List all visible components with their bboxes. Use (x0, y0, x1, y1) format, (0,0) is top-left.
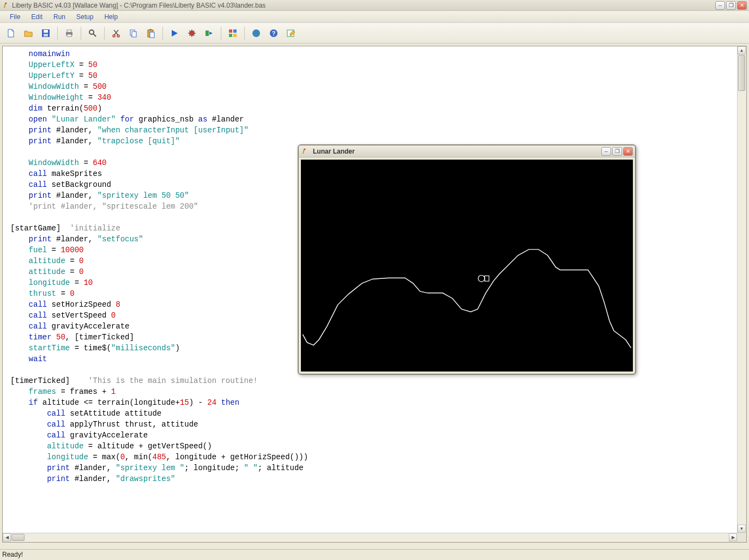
toolbar-separator (81, 27, 81, 40)
svg-point-23 (252, 29, 260, 37)
paste-icon[interactable] (143, 26, 159, 41)
toolbar-separator (104, 27, 105, 40)
svg-rect-18 (206, 31, 209, 36)
new-file-icon[interactable] (3, 26, 19, 41)
lunar-minimize-button[interactable]: – (601, 147, 611, 156)
svg-rect-22 (233, 34, 237, 37)
print-icon[interactable] (62, 26, 77, 41)
svg-point-29 (478, 275, 485, 282)
svg-text:?: ? (272, 30, 276, 36)
menu-help[interactable]: Help (99, 11, 123, 22)
vertical-scrollbar[interactable]: ▲ ▼ (737, 46, 746, 533)
svg-point-28 (304, 148, 306, 150)
main-titlebar: Liberty BASIC v4.03 [Wallace Wang] - C:\… (0, 0, 749, 11)
edit-icon[interactable] (283, 26, 299, 41)
help-icon[interactable]: ? (266, 26, 281, 41)
menu-edit[interactable]: Edit (26, 11, 48, 22)
window-controls: – ❐ ✕ (715, 1, 747, 10)
toolbar-separator (221, 27, 221, 40)
maximize-button[interactable]: ❐ (726, 1, 736, 10)
lunar-maximize-button[interactable]: ❐ (612, 147, 622, 156)
svg-rect-3 (44, 30, 48, 33)
menubar: File Edit Run Setup Help (0, 11, 749, 23)
svg-rect-7 (67, 34, 71, 36)
lander-sprite (478, 275, 489, 282)
close-button[interactable]: ✕ (737, 1, 747, 10)
lunar-canvas[interactable] (301, 160, 633, 372)
scroll-left-icon[interactable]: ◀ (3, 533, 11, 541)
svg-point-8 (89, 30, 94, 34)
horizontal-scrollbar[interactable]: ◀ ▶ (3, 533, 737, 542)
window-title: Liberty BASIC v4.03 [Wallace Wang] - C:\… (12, 2, 715, 9)
menu-setup[interactable]: Setup (71, 11, 99, 22)
save-icon[interactable] (38, 26, 53, 41)
hscroll-thumb[interactable] (11, 534, 25, 541)
run-icon[interactable] (167, 26, 182, 41)
run-to-icon[interactable] (202, 26, 217, 41)
terrain-graphic (301, 160, 633, 372)
toolbar-separator (162, 27, 163, 40)
menu-run[interactable]: Run (48, 11, 71, 22)
svg-rect-21 (229, 34, 232, 37)
lunar-lander-window[interactable]: Lunar Lander – ❐ ✕ (298, 144, 636, 375)
toolbar-separator (244, 27, 245, 40)
svg-rect-30 (485, 276, 489, 281)
lunar-app-icon (301, 148, 309, 155)
find-icon[interactable] (85, 26, 100, 41)
svg-rect-20 (233, 29, 237, 33)
scroll-corner (737, 533, 746, 542)
scroll-down-icon[interactable]: ▼ (738, 525, 746, 533)
app-icon (2, 2, 10, 9)
world-icon[interactable] (249, 26, 264, 41)
scroll-right-icon[interactable]: ▶ (729, 533, 737, 541)
svg-line-9 (93, 34, 96, 36)
open-file-icon[interactable] (21, 26, 36, 41)
form-icon[interactable] (225, 26, 240, 41)
status-text: Ready! (2, 551, 23, 558)
lunar-close-button[interactable]: ✕ (623, 147, 633, 156)
scroll-up-icon[interactable]: ▲ (738, 46, 746, 54)
vscroll-thumb[interactable] (738, 55, 745, 91)
svg-rect-4 (44, 34, 48, 36)
svg-rect-15 (149, 29, 152, 31)
toolbar-separator (57, 27, 58, 40)
cut-icon[interactable] (108, 26, 124, 41)
toolbar: ? (0, 23, 749, 44)
debug-icon[interactable] (184, 26, 200, 41)
svg-rect-16 (150, 32, 154, 38)
svg-rect-19 (229, 29, 232, 33)
copy-icon[interactable] (126, 26, 141, 41)
lunar-title: Lunar Lander (313, 148, 601, 155)
svg-rect-6 (67, 30, 71, 32)
svg-rect-13 (132, 32, 136, 37)
svg-point-11 (117, 35, 119, 37)
menu-file[interactable]: File (4, 11, 26, 22)
svg-point-1 (5, 2, 7, 4)
statusbar: Ready! (0, 549, 749, 560)
svg-point-10 (113, 35, 115, 37)
minimize-button[interactable]: – (715, 1, 725, 10)
lunar-titlebar[interactable]: Lunar Lander – ❐ ✕ (299, 145, 635, 157)
